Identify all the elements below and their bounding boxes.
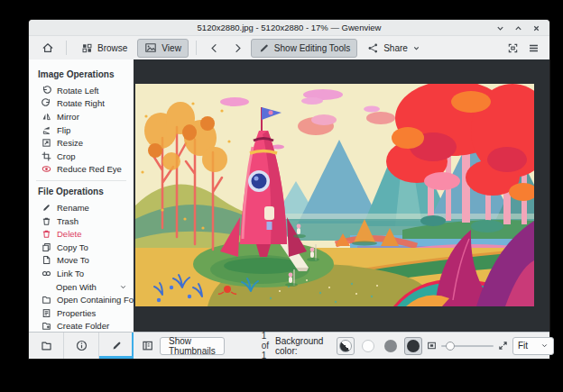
zoom-mode-select[interactable]: Fit xyxy=(512,337,554,355)
titlebar[interactable]: 5120x2880.jpg - 5120x2880 - 17% — Gwenvi… xyxy=(29,20,549,36)
go-forward-button[interactable] xyxy=(227,39,248,58)
bg-color-neutral-swatch[interactable] xyxy=(382,337,400,355)
sidebar-item-flip[interactable]: Flip xyxy=(29,123,134,137)
chevron-down-icon xyxy=(412,44,420,52)
browse-icon xyxy=(81,42,93,54)
page-indicator: 1 of 1 xyxy=(262,331,269,360)
neutral-color-icon xyxy=(384,340,397,352)
tab-information[interactable] xyxy=(64,333,99,359)
new-folder-icon xyxy=(41,321,51,332)
sidebar-item-rotate-right[interactable]: Rotate Right xyxy=(29,97,134,111)
toolbar-separator xyxy=(196,41,197,55)
close-button[interactable] xyxy=(532,24,540,32)
image-operations-header: Image Operations xyxy=(29,64,134,84)
delete-icon xyxy=(41,229,51,240)
bg-color-dark-swatch[interactable] xyxy=(404,337,422,355)
light-color-icon xyxy=(362,340,374,352)
sidebar-item-open-with[interactable]: Open With xyxy=(29,280,134,294)
rotate-right-icon xyxy=(41,98,51,109)
image-viewer-canvas[interactable] xyxy=(134,59,549,332)
link-icon xyxy=(41,268,51,278)
window-title: 5120x2880.jpg - 5120x2880 - 17% — Gwenvi… xyxy=(198,23,382,32)
toolbar-separator xyxy=(66,41,67,55)
sidebar-item-copy-to[interactable]: Copy To xyxy=(29,241,134,254)
zoom-slider-handle[interactable] xyxy=(446,342,455,351)
zoom-slider[interactable] xyxy=(441,339,494,353)
auto-color-icon xyxy=(339,340,352,352)
sidebar-item-move-to[interactable]: Move To xyxy=(29,254,134,268)
properties-icon xyxy=(41,307,51,318)
rotate-left-icon xyxy=(41,85,51,96)
tab-editing-tools[interactable] xyxy=(99,333,134,359)
sidebar-item-link-to[interactable]: Link To xyxy=(29,267,134,280)
main-toolbar: Browse View Show Editing Tools xyxy=(29,36,549,59)
gwenview-window: 5120x2880.jpg - 5120x2880 - 17% — Gwenvi… xyxy=(29,20,549,359)
back-icon xyxy=(208,42,220,54)
share-icon xyxy=(367,42,379,54)
move-icon xyxy=(41,255,51,266)
home-icon xyxy=(42,41,54,54)
hamburger-menu-button[interactable] xyxy=(528,42,540,54)
sidebar-item-rotate-left[interactable]: Rotate Left xyxy=(29,84,134,97)
view-button-label: View xyxy=(162,43,181,53)
sidebar-item-reduce-red-eye[interactable]: Reduce Red Eye xyxy=(29,163,134,177)
background-color-label: Background color: xyxy=(275,336,332,356)
file-operations-header: File Operations xyxy=(29,181,134,201)
flip-icon xyxy=(41,124,51,135)
sidebar-item-mirror[interactable]: Mirror xyxy=(29,110,134,123)
rename-icon xyxy=(41,202,51,213)
go-back-button[interactable] xyxy=(204,39,225,58)
chevron-down-icon xyxy=(540,342,549,350)
folder-tab-icon xyxy=(41,340,52,351)
chevron-down-icon xyxy=(119,283,127,291)
share-button[interactable]: Share xyxy=(360,39,428,58)
pencil-tab-icon xyxy=(111,340,123,351)
red-eye-icon xyxy=(41,164,51,175)
zoom-to-fit-icon[interactable] xyxy=(427,341,437,351)
show-editing-tools-label: Show Editing Tools xyxy=(274,43,350,53)
share-button-label: Share xyxy=(383,43,408,53)
maximize-button[interactable] xyxy=(514,24,522,32)
fullscreen-button[interactable] xyxy=(507,42,519,54)
minimize-button[interactable] xyxy=(496,24,504,32)
edit-pencil-icon xyxy=(258,42,270,54)
dark-color-icon xyxy=(407,340,420,352)
sidebar-item-delete[interactable]: Delete xyxy=(29,227,134,241)
copy-icon xyxy=(41,242,51,252)
browse-button-label: Browse xyxy=(97,43,127,53)
zoom-mode-value: Fit xyxy=(518,341,528,351)
statusbar-controls: Show Thumbnails 1 of 1 Background color: xyxy=(134,333,562,359)
mirror-icon xyxy=(41,111,51,122)
editing-tools-sidebar: Image Operations Rotate Left Rotate Righ… xyxy=(29,59,134,332)
home-button[interactable] xyxy=(37,39,59,58)
bg-color-light-swatch[interactable] xyxy=(359,337,377,355)
resize-icon xyxy=(41,138,51,149)
folder-icon xyxy=(41,295,51,305)
sidebar-item-trash[interactable]: Trash xyxy=(29,214,134,228)
crop-icon xyxy=(41,150,51,161)
sidebar-item-rename[interactable]: Rename xyxy=(29,201,134,214)
thumbnail-bar-toggle-button[interactable] xyxy=(142,340,153,351)
info-tab-icon xyxy=(76,340,88,351)
browse-button[interactable]: Browse xyxy=(74,39,134,58)
sidebar-item-properties[interactable]: Properties xyxy=(29,306,134,320)
zoom-actual-size-icon[interactable] xyxy=(498,341,508,351)
show-thumbnails-button[interactable]: Show Thumbnails xyxy=(160,337,225,355)
view-button[interactable]: View xyxy=(137,39,189,58)
trash-icon xyxy=(41,215,51,226)
sidebar-item-crop[interactable]: Crop xyxy=(29,150,134,163)
statusbar: Show Thumbnails 1 of 1 Background color: xyxy=(29,332,549,359)
sidebar-item-resize[interactable]: Resize xyxy=(29,136,134,150)
photo-illustration xyxy=(135,84,534,306)
bg-color-auto-swatch[interactable] xyxy=(337,337,355,355)
sidebar-item-open-containing-folder[interactable]: Open Containing Folder xyxy=(29,293,134,306)
sidebar-item-create-folder[interactable]: Create Folder xyxy=(29,320,134,333)
tab-folders[interactable] xyxy=(29,333,64,359)
forward-icon xyxy=(232,42,244,54)
sidebar-tab-bar xyxy=(29,333,134,359)
show-editing-tools-button[interactable]: Show Editing Tools xyxy=(251,39,357,58)
view-icon xyxy=(144,41,157,54)
